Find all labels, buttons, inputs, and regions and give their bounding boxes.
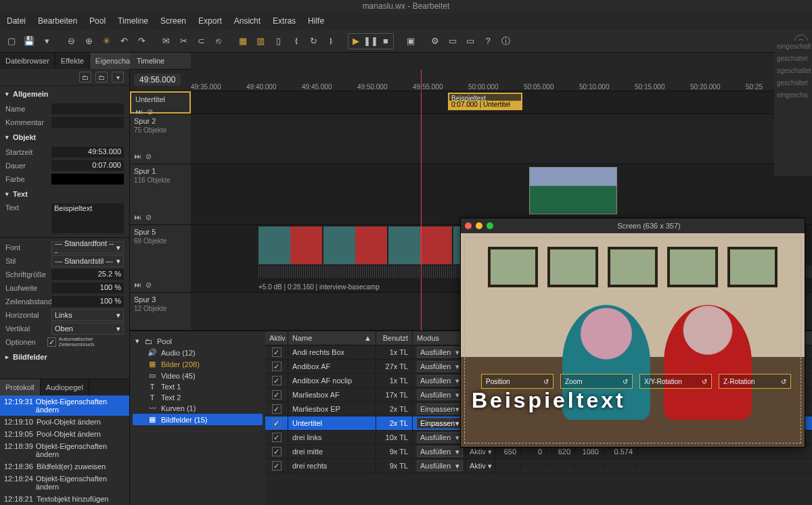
row-checkbox[interactable]: ✓ <box>272 461 281 471</box>
overlay-btn-xyrot[interactable]: X/Y-Rotation↺ <box>639 374 712 389</box>
menu-extras[interactable]: Extras <box>273 16 296 26</box>
video-preview[interactable]: Position↺ Zoom↺ X/Y-Rotation↺ Z-Rotation… <box>461 233 805 447</box>
reset-icon[interactable]: ↺ <box>781 378 786 385</box>
minimize-icon[interactable] <box>476 222 482 229</box>
folder-out-icon[interactable]: 🗀 <box>79 72 91 82</box>
overlay-btn-zoom[interactable]: Zoom↺ <box>560 374 633 389</box>
panel-icon[interactable]: ▥ <box>253 34 268 49</box>
select-modus[interactable]: Ausfüllen▾ <box>417 432 463 443</box>
disable-icon[interactable]: ⊘ <box>145 213 152 222</box>
fwd-icon[interactable]: ⦊ <box>323 34 338 49</box>
reset-icon[interactable]: ↺ <box>702 378 707 385</box>
tree-text1[interactable]: TText 1 <box>133 381 263 392</box>
menu-hilfe[interactable]: Hilfe <box>308 16 324 26</box>
skip-icon[interactable]: ⏭ <box>134 281 141 289</box>
screen-a-icon[interactable]: ▭ <box>445 34 460 49</box>
reset-icon[interactable]: ↺ <box>623 378 628 385</box>
tab-timeline[interactable]: Timeline <box>130 53 191 70</box>
input-dauer[interactable]: 0:07.000 <box>51 160 124 171</box>
menu-timeline[interactable]: Timeline <box>118 16 148 26</box>
screen-b-icon[interactable]: ▭ <box>463 34 478 49</box>
skip-icon[interactable]: ⏭ <box>134 152 141 161</box>
row-checkbox[interactable]: ✓ <box>272 418 281 428</box>
clip-untertitel[interactable]: Beispieltext 0:07.000 | Untertitel <box>448 93 522 110</box>
mail-icon[interactable]: ✉ <box>158 34 173 49</box>
input-name[interactable] <box>51 103 124 114</box>
input-farbe[interactable] <box>51 174 124 185</box>
tree-kurven[interactable]: 〰Kurven (1) <box>133 403 263 414</box>
info-icon[interactable]: ⓘ <box>498 34 513 49</box>
select-modus[interactable]: Ausfüllen▾ <box>417 446 463 457</box>
select-modus[interactable]: Einpassen▾ <box>417 418 463 429</box>
protokoll-row[interactable]: 12:18:36Bildfeld(er) zuweisen <box>0 460 129 473</box>
track-head-spur5[interactable]: Spur 5 68 Objekte ⏭⊘ <box>130 225 191 292</box>
row-checkbox[interactable]: ✓ <box>272 362 281 371</box>
textarea-text[interactable]: Beispieltext <box>51 203 124 233</box>
row-checkbox[interactable]: ✓ <box>272 433 281 442</box>
tab-dateibrowser[interactable]: Dateibrowser <box>0 53 55 69</box>
select-modus[interactable]: Ausfüllen▾ <box>417 375 463 386</box>
track-head-untertitel[interactable]: Untertitel ⏭⊘ <box>130 91 191 114</box>
protokoll-row[interactable]: 12:18:39Objekt-Eigenschaften ändern <box>0 440 129 460</box>
star-icon[interactable]: ✳ <box>99 34 114 49</box>
undo-icon[interactable]: ↶ <box>116 34 131 49</box>
select-horizontal[interactable]: Links▾ <box>51 309 124 321</box>
disable-icon[interactable]: ⊘ <box>145 152 152 161</box>
section-allgemein[interactable]: ▾Allgemein <box>0 86 129 102</box>
input-zeilenabstand[interactable]: 100 % <box>51 296 124 307</box>
select-modus[interactable]: Ausfüllen▾ <box>417 389 463 400</box>
select-stil[interactable]: --- Standardstil ---▾ <box>51 255 124 267</box>
gear-icon[interactable]: ⚙ <box>428 34 443 49</box>
stop-icon[interactable]: ■ <box>378 34 393 49</box>
row-checkbox[interactable]: ✓ <box>272 347 281 357</box>
overlay-btn-zrot[interactable]: Z-Rotation↺ <box>719 374 791 389</box>
save-icon[interactable]: 💾 <box>22 34 37 49</box>
dropdown-icon[interactable]: ▾ <box>39 34 54 49</box>
pause-icon[interactable]: ❚❚ <box>363 34 378 49</box>
table-row[interactable]: ✓drei rechts9x TLAusfüllen▾Aktiv ▾ <box>265 459 812 473</box>
checkbox-auto-umbruch[interactable]: ✓ <box>47 337 56 347</box>
close-icon[interactable] <box>465 222 472 229</box>
folder-menu-icon[interactable]: ▾ <box>112 72 124 82</box>
select-vertikal[interactable]: Oben▾ <box>51 322 124 335</box>
tab-effekte[interactable]: Effekte <box>55 53 90 69</box>
play-icon[interactable]: ▶ <box>348 34 363 49</box>
disable-icon[interactable]: ⊘ <box>145 281 152 289</box>
zoom-icon[interactable] <box>487 222 493 229</box>
row-checkbox[interactable]: ✓ <box>272 447 281 456</box>
crop-icon[interactable]: ▣ <box>403 34 418 49</box>
th-modus[interactable]: Modus <box>413 331 466 345</box>
row-checkbox[interactable]: ✓ <box>272 376 281 385</box>
section-bildfelder[interactable]: ▸Bildfelder <box>0 349 129 365</box>
tree-audio[interactable]: 🔊Audio (12) <box>133 347 263 358</box>
select-modus[interactable]: Ausfüllen▾ <box>417 460 463 471</box>
reset-icon[interactable]: ↺ <box>543 378 549 385</box>
th-benutzt[interactable]: Benutzt <box>376 331 413 345</box>
track-head-spur1[interactable]: Spur 1 116 Objekte ⏭⊘ <box>130 164 191 224</box>
tree-pool[interactable]: ▾🗀Pool <box>133 335 263 347</box>
tree-bilder[interactable]: ▦Bilder (208) <box>133 358 263 370</box>
new-icon[interactable]: ▢ <box>4 34 19 49</box>
input-laufweite[interactable]: 100 % <box>51 283 124 293</box>
loop-icon[interactable]: ↻ <box>306 34 321 49</box>
zoom-out-icon[interactable]: ⊖ <box>64 34 78 49</box>
folder-in-icon[interactable]: 🗀 <box>95 72 108 82</box>
timeline-ruler[interactable]: 49:56.000 49:35.00049:40.00049:45.00049:… <box>130 70 812 91</box>
overlay-btn-position[interactable]: Position↺ <box>481 374 554 389</box>
marker-icon[interactable]: ▯ <box>271 34 286 49</box>
th-name[interactable]: Name ▲ <box>288 331 376 345</box>
tab-audiopegel[interactable]: Audiopegel <box>41 379 89 395</box>
tree-text2[interactable]: TText 2 <box>133 392 263 403</box>
menu-screen[interactable]: Screen <box>160 16 186 26</box>
tab-protokoll[interactable]: Protokoll <box>0 379 41 395</box>
screen-preview-window[interactable]: Screen (636 x 357) Position↺ Zoom↺ X/Y-R… <box>460 218 805 448</box>
link-icon[interactable]: ⎋ <box>211 34 226 49</box>
input-kommentar[interactable] <box>51 117 124 128</box>
select-font[interactable]: --- Standardfont ---▾ <box>51 241 124 254</box>
row-checkbox[interactable]: ✓ <box>272 404 281 414</box>
menu-pool[interactable]: Pool <box>89 16 106 26</box>
redo-icon[interactable]: ↷ <box>134 34 149 49</box>
tree-video[interactable]: ▭Video (45) <box>133 370 263 381</box>
input-startzeit[interactable]: 49:53.000 <box>51 147 124 158</box>
track-head-spur2[interactable]: Spur 2 75 Objekte ⏭⊘ <box>130 114 191 164</box>
